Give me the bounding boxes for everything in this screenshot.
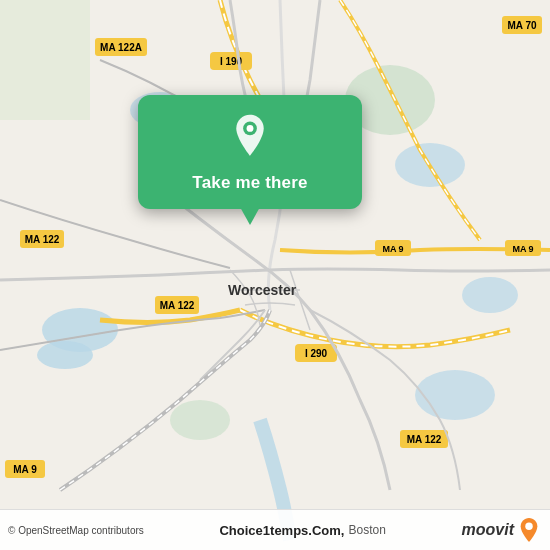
svg-point-6: [415, 370, 495, 420]
moovit-logo: moovit: [462, 517, 540, 543]
brand-city: Boston: [348, 523, 385, 537]
svg-point-9: [170, 400, 230, 440]
svg-text:MA 9: MA 9: [382, 244, 403, 254]
moovit-pin-icon: [518, 517, 540, 543]
osm-attribution: © OpenStreetMap contributors: [8, 525, 144, 536]
svg-text:MA 70: MA 70: [507, 20, 537, 31]
svg-text:MA 122: MA 122: [25, 234, 60, 245]
svg-text:MA 122: MA 122: [160, 300, 195, 311]
svg-text:MA 122A: MA 122A: [100, 42, 142, 53]
svg-point-2: [37, 341, 93, 369]
moovit-text: moovit: [462, 521, 514, 539]
take-me-there-button[interactable]: Take me there: [192, 171, 307, 195]
brand-name: Choice1temps.Com,: [219, 523, 344, 538]
svg-point-32: [525, 523, 532, 530]
svg-text:MA 9: MA 9: [13, 464, 37, 475]
svg-text:MA 122: MA 122: [407, 434, 442, 445]
svg-text:MA 9: MA 9: [512, 244, 533, 254]
svg-point-5: [462, 277, 518, 313]
map-roads: I 190 I 290 MA 9 MA 9 MA 122 MA 122 MA 1…: [0, 0, 550, 550]
footer: © OpenStreetMap contributors Choice1temp…: [0, 509, 550, 550]
footer-left: © OpenStreetMap contributors: [8, 525, 144, 536]
popup-card: Take me there: [138, 95, 362, 209]
location-pin-icon: [226, 113, 274, 161]
map-container: I 190 I 290 MA 9 MA 9 MA 122 MA 122 MA 1…: [0, 0, 550, 550]
footer-brand: Choice1temps.Com, Boston: [219, 523, 385, 538]
svg-rect-8: [0, 0, 90, 120]
svg-point-31: [247, 125, 254, 132]
svg-text:I 290: I 290: [305, 348, 328, 359]
